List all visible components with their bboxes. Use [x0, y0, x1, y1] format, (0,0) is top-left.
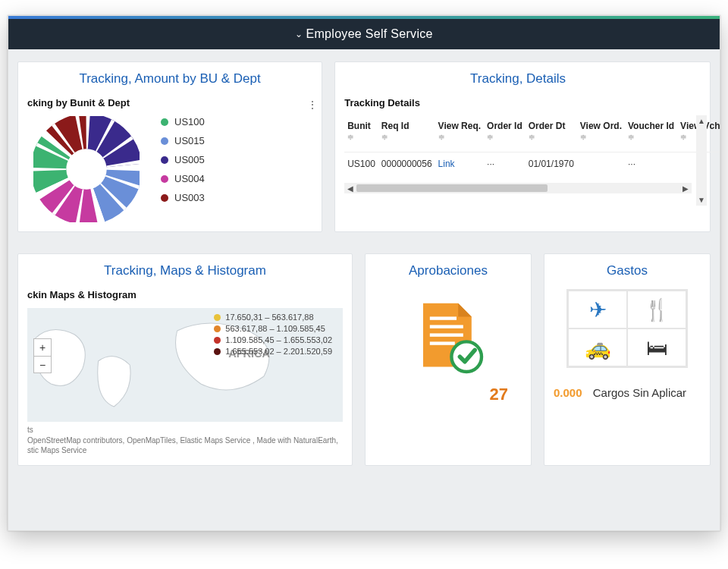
gastos-label: Cargos Sin Aplicar [593, 386, 686, 399]
col-orderid[interactable]: Order Id≑ [484, 116, 526, 152]
col-reqid[interactable]: Req Id≑ [378, 116, 435, 152]
plane-icon: ✈ [568, 291, 627, 329]
donut-chart[interactable] [33, 116, 140, 222]
table-row[interactable]: US100 0000000056 Link ··· 01/01/1970 ··· [344, 152, 720, 176]
app-frame: ⌄ Employee Self Service Tracking, Amount… [8, 15, 720, 531]
document-check-icon [406, 297, 490, 380]
cell-voucher: ··· [625, 152, 677, 176]
horizontal-scrollbar[interactable]: ◀ ▶ [344, 183, 692, 193]
svg-rect-11 [430, 341, 455, 344]
scroll-down-icon[interactable]: ▼ [698, 194, 705, 206]
details-table: Bunit≑ Req Id≑ View Req.≑ Order Id≑ Orde… [344, 116, 720, 175]
col-vieword[interactable]: View Ord.≑ [577, 116, 625, 152]
gastos-icon-grid: ✈ 🍴 🚕 🛏 [566, 289, 688, 368]
card-subtitle: ckin Maps & Histogram [27, 289, 343, 300]
col-orderdt[interactable]: Order Dt≑ [526, 116, 577, 152]
legend-label: US100 [174, 116, 205, 127]
legend-item[interactable]: US005 [161, 154, 205, 165]
legend-swatch [161, 175, 168, 183]
chevron-down-icon: ⌄ [295, 29, 303, 39]
legend-item[interactable]: US015 [161, 135, 205, 146]
legend-swatch [161, 137, 168, 145]
card-title: Tracking, Maps & Histogram [27, 263, 343, 278]
legend-swatch [214, 348, 221, 355]
legend-label: US003 [174, 192, 205, 203]
card-gastos[interactable]: Gastos ✈ 🍴 🚕 🛏 0.000 Cargos Sin Aplicar [544, 253, 711, 466]
card-subtitle: cking by Bunit & Dept [27, 97, 312, 108]
card-aprobaciones[interactable]: Aprobaciones 27 [365, 253, 532, 466]
row-top: Tracking, Amount by BU & Dept cking by B… [17, 61, 711, 232]
map-credits: ts OpenStreetMap contributors, OpenMapTi… [27, 425, 343, 456]
map-legend-item: 17.650,31 – 563.617,88 [214, 313, 332, 322]
legend-label: 1.655.553,02 – 2.201.520,59 [225, 347, 332, 356]
legend-item[interactable]: US100 [161, 116, 205, 127]
scroll-right-icon[interactable]: ▶ [679, 184, 692, 193]
card-title: Aprobaciones [375, 263, 522, 278]
legend-swatch [161, 118, 168, 126]
card-title: Gastos [554, 263, 701, 278]
cell-orderid: ··· [484, 152, 526, 176]
legend-label: 563.617,88 – 1.109.585,45 [225, 324, 325, 333]
col-bunit[interactable]: Bunit≑ [344, 116, 378, 152]
scroll-left-icon[interactable]: ◀ [344, 184, 356, 193]
bed-icon: 🛏 [627, 329, 686, 366]
card-maps: Tracking, Maps & Histogram ckin Maps & H… [17, 253, 353, 466]
workspace: Tracking, Amount by BU & Dept cking by B… [8, 49, 720, 530]
scroll-thumb[interactable] [356, 184, 548, 192]
legend-swatch [161, 156, 168, 164]
more-icon[interactable]: ⋮ [307, 99, 317, 111]
cell-vieword [577, 152, 625, 176]
legend-label: US015 [174, 135, 205, 146]
legend-swatch [214, 325, 221, 332]
svg-rect-9 [430, 325, 463, 328]
legend-label: 1.109.585,45 – 1.655.553,02 [225, 335, 332, 344]
map-legend: 17.650,31 – 563.617,88 563.617,88 – 1.10… [214, 313, 332, 358]
svg-rect-10 [430, 333, 463, 336]
svg-rect-8 [430, 316, 457, 319]
gastos-amount: 0.000 [554, 386, 582, 399]
gastos-summary: 0.000 Cargos Sin Aplicar [554, 386, 701, 399]
cell-viewreq-link[interactable]: Link [435, 152, 484, 176]
donut-legend: US100 US015 US005 US004 US003 [161, 116, 205, 211]
aprobaciones-count: 27 [375, 385, 522, 404]
card-bu-dept: Tracking, Amount by BU & Dept cking by B… [17, 61, 322, 232]
card-title: Tracking, Amount by BU & Dept [27, 71, 312, 86]
map-legend-item: 1.109.585,45 – 1.655.553,02 [214, 335, 332, 344]
map-legend-item: 1.655.553,02 – 2.201.520,59 [214, 347, 332, 356]
legend-item[interactable]: US003 [161, 192, 205, 203]
scroll-up-icon[interactable]: ▲ [698, 115, 705, 127]
legend-item[interactable]: US004 [161, 173, 205, 184]
cell-bunit: US100 [344, 152, 378, 176]
card-subtitle: Tracking Details [344, 97, 692, 108]
page-title: Employee Self Service [306, 27, 433, 41]
legend-label: US004 [174, 173, 205, 184]
map-zoom: + − [33, 338, 52, 373]
cell-orderdt: 01/01/1970 [526, 152, 577, 176]
legend-swatch [161, 194, 168, 202]
page-header[interactable]: ⌄ Employee Self Service [8, 19, 720, 49]
col-viewreq[interactable]: View Req.≑ [435, 116, 484, 152]
food-icon: 🍴 [627, 291, 686, 329]
legend-label: US005 [174, 154, 205, 165]
card-details: Tracking, Details Tracking Details Bunit… [334, 61, 711, 232]
cell-reqid: 0000000056 [378, 152, 435, 176]
zoom-in-button[interactable]: + [34, 339, 51, 356]
col-voucher[interactable]: Voucher Id≑ [625, 116, 677, 152]
card-title: Tracking, Details [344, 71, 692, 86]
car-icon: 🚕 [568, 329, 627, 366]
legend-swatch [214, 337, 221, 344]
zoom-out-button[interactable]: − [34, 356, 51, 373]
map-legend-item: 563.617,88 – 1.109.585,45 [214, 324, 332, 333]
legend-label: 17.650,31 – 563.617,88 [225, 313, 313, 322]
map-canvas[interactable]: AFRICA + − 17.650,31 – 563.617,88 563.61… [27, 308, 343, 422]
donut-chart-area: US100 US015 US005 US004 US003 [27, 116, 312, 222]
vertical-scrollbar[interactable]: ▲ ▼ [696, 115, 707, 206]
row-bottom: Tracking, Maps & Histogram ckin Maps & H… [17, 253, 711, 466]
legend-swatch [214, 314, 221, 321]
